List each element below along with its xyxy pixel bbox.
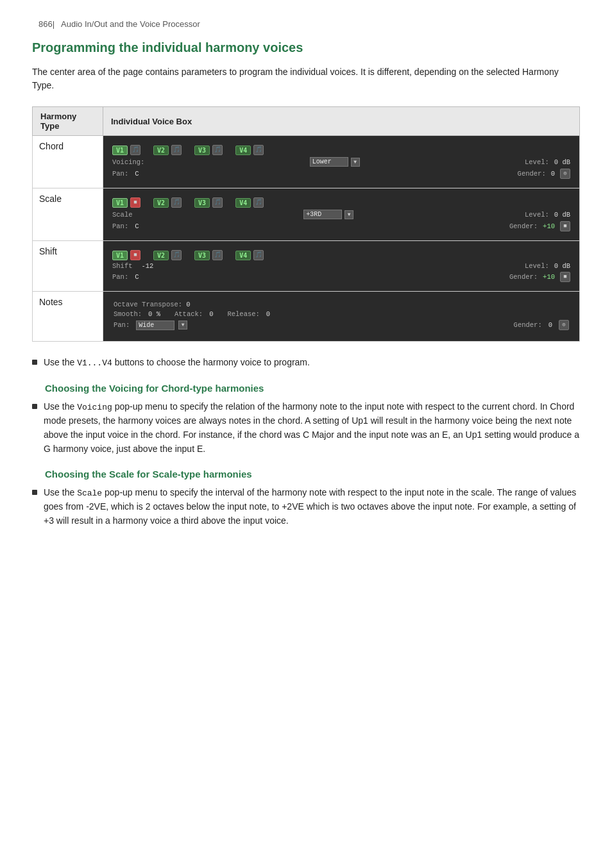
v2-icon[interactable]: 🎵 xyxy=(171,250,182,260)
v2-icon[interactable]: 🎵 xyxy=(171,145,182,155)
v2-icon[interactable]: 🎵 xyxy=(171,197,182,208)
gender-label: Gender: xyxy=(509,222,538,230)
release-value: 0 xyxy=(266,310,270,318)
harmony-type-notes: Notes xyxy=(33,292,103,342)
scale-label: Scale xyxy=(112,211,133,219)
bullet-item: Use the Voicing pop-up menu to specify t… xyxy=(32,400,580,456)
table-row: Scale V1 ■ V2 🎵 V3 🎵 V4 🎵 xyxy=(33,188,580,241)
gender-label: Gender: xyxy=(514,321,542,329)
pan-value: C xyxy=(135,273,139,281)
bullet-section-v1v4: Use the V1...V4 buttons to choose the ha… xyxy=(32,356,580,370)
harmony-table: Harmony Type Individual Voice Box Chord … xyxy=(32,106,580,342)
v1-button[interactable]: V1 xyxy=(112,251,128,260)
gender-value: +10 xyxy=(543,273,555,281)
col-header-type: Harmony Type xyxy=(33,107,103,136)
release-label: Release: xyxy=(227,310,259,318)
pan-value: C xyxy=(135,222,139,230)
gender-icon[interactable]: ⊙ xyxy=(559,320,569,330)
table-row: Chord V1 🎵 V2 🎵 V3 🎵 V4 🎵 xyxy=(33,136,580,188)
octave-label: Octave Transpose: xyxy=(114,301,182,308)
bullet-item: Use the Scale pop-up menu to specify the… xyxy=(32,486,580,528)
attack-value: 0 xyxy=(209,310,213,318)
level-value: 0 dB xyxy=(554,158,570,166)
intro-text: The center area of the page contains par… xyxy=(32,65,580,92)
subsection-title-chord: Choosing the Voicing for Chord-type harm… xyxy=(45,383,580,394)
pan-value[interactable]: Wide xyxy=(136,321,174,330)
col-header-voicebox: Individual Voice Box xyxy=(103,107,580,136)
pan-label: Pan: xyxy=(112,273,128,281)
v1-button[interactable]: V1 xyxy=(112,198,128,208)
voice-box-shift: V1 ■ V2 🎵 V3 🎵 V4 🎵 Shift -1 xyxy=(103,241,580,292)
gender-icon[interactable]: ■ xyxy=(560,272,570,282)
v4-button[interactable]: V4 xyxy=(235,146,251,155)
level-value: 0 dB xyxy=(554,211,570,219)
v3-button[interactable]: V3 xyxy=(194,146,210,155)
scale-inline: Scale xyxy=(77,488,102,498)
bullet-text: Use the Scale pop-up menu to specify the… xyxy=(44,486,580,528)
smooth-label: Smooth: xyxy=(114,310,142,318)
v2-button[interactable]: V2 xyxy=(153,251,169,260)
v1-mute-icon[interactable]: ■ xyxy=(130,197,140,208)
v1v4-inline: V1...V4 xyxy=(77,358,112,368)
pan-label: Pan: xyxy=(114,321,130,329)
bullet-dot xyxy=(32,490,37,495)
v4-icon[interactable]: 🎵 xyxy=(253,197,264,208)
voicing-label: Voicing: xyxy=(112,158,144,166)
v3-icon[interactable]: 🎵 xyxy=(212,145,223,155)
bullet-text: Use the V1...V4 buttons to choose the ha… xyxy=(44,356,580,370)
v3-icon[interactable]: 🎵 xyxy=(212,250,223,260)
pan-label: Pan: xyxy=(112,222,128,230)
level-label: Level: xyxy=(525,262,549,270)
subsection-title-scale: Choosing the Scale for Scale-type harmon… xyxy=(45,469,580,480)
section-title: Programming the individual harmony voice… xyxy=(32,40,580,55)
v4-button[interactable]: V4 xyxy=(235,198,251,208)
pan-label: Pan: xyxy=(112,170,128,178)
page-header-title: Audio In/Out and the Voice Processor xyxy=(61,19,200,29)
scale-value[interactable]: +3RD xyxy=(303,210,342,219)
voice-box-notes: Octave Transpose: 0 Smooth: 0 % Attack: … xyxy=(103,292,580,342)
voicing-inline: Voicing xyxy=(77,403,112,412)
v1-icon[interactable]: 🎵 xyxy=(130,145,140,155)
v3-icon[interactable]: 🎵 xyxy=(212,197,223,208)
level-label: Level: xyxy=(525,158,549,166)
gender-icon[interactable]: ⊙ xyxy=(560,169,570,179)
octave-value: 0 xyxy=(186,301,190,308)
scale-dropdown-icon[interactable]: ▼ xyxy=(344,210,353,219)
bullet-section-scale: Use the Scale pop-up menu to specify the… xyxy=(32,486,580,528)
v4-icon[interactable]: 🎵 xyxy=(253,250,264,260)
voicing-value[interactable]: Lower xyxy=(310,157,348,167)
table-row: Notes Octave Transpose: 0 Smooth: 0 % At… xyxy=(33,292,580,342)
v3-button[interactable]: V3 xyxy=(194,251,210,260)
gender-value: +10 xyxy=(543,222,555,230)
v2-button[interactable]: V2 xyxy=(153,146,169,155)
page-number: 866| xyxy=(38,19,55,29)
shift-label: Shift xyxy=(112,262,133,270)
harmony-type-shift: Shift xyxy=(33,241,103,292)
smooth-value: 0 % xyxy=(148,310,160,318)
bullet-section-chord-voicing: Use the Voicing pop-up menu to specify t… xyxy=(32,400,580,456)
voice-box-chord: V1 🎵 V2 🎵 V3 🎵 V4 🎵 Voicing: xyxy=(103,136,580,188)
v2-button[interactable]: V2 xyxy=(153,198,169,208)
gender-label: Gender: xyxy=(509,273,538,281)
v1-button[interactable]: V1 xyxy=(112,146,128,155)
level-label: Level: xyxy=(525,211,549,219)
gender-icon[interactable]: ■ xyxy=(560,221,570,231)
voicing-dropdown-icon[interactable]: ▼ xyxy=(351,158,360,167)
gender-value: 0 xyxy=(551,170,555,178)
shift-value: -12 xyxy=(142,262,154,270)
harmony-type-scale: Scale xyxy=(33,188,103,241)
bullet-text: Use the Voicing pop-up menu to specify t… xyxy=(44,400,580,456)
v4-icon[interactable]: 🎵 xyxy=(253,145,264,155)
v1-mute-icon[interactable]: ■ xyxy=(130,250,140,260)
table-row: Shift V1 ■ V2 🎵 V3 🎵 V4 🎵 xyxy=(33,241,580,292)
page-header: 866|Audio In/Out and the Voice Processor xyxy=(32,19,580,29)
pan-dropdown-icon[interactable]: ▼ xyxy=(178,321,187,330)
pan-value: C xyxy=(135,170,139,178)
bullet-item: Use the V1...V4 buttons to choose the ha… xyxy=(32,356,580,370)
bullet-dot xyxy=(32,404,37,409)
v3-button[interactable]: V3 xyxy=(194,198,210,208)
level-value: 0 dB xyxy=(554,262,570,270)
attack-label: Attack: xyxy=(174,310,203,318)
harmony-type-chord: Chord xyxy=(33,136,103,188)
v4-button[interactable]: V4 xyxy=(235,251,251,260)
